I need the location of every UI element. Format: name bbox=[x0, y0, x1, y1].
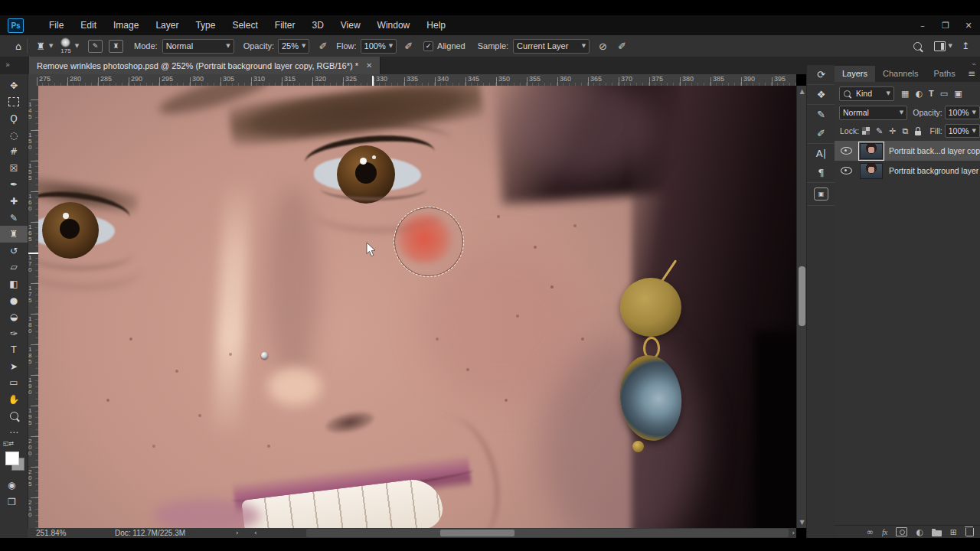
dodge-tool[interactable]: ◒ bbox=[0, 308, 28, 325]
tab-paths[interactable]: Paths bbox=[926, 66, 963, 82]
ignore-adjustment-layers-icon[interactable]: ⊘ bbox=[599, 41, 607, 51]
type-tool[interactable]: T bbox=[0, 342, 28, 359]
brushes-panel-icon[interactable]: ✐ bbox=[817, 129, 825, 139]
vertical-scrollbar[interactable]: ▲ ▼ bbox=[796, 86, 807, 528]
new-group-icon[interactable] bbox=[932, 530, 942, 536]
chevron-down-icon[interactable]: ▼ bbox=[49, 43, 53, 49]
canvas[interactable] bbox=[38, 86, 796, 528]
brush-preset-picker[interactable]: 175 bbox=[60, 37, 70, 54]
edit-toolbar[interactable]: ⋯ bbox=[0, 424, 28, 441]
foreground-color-swatch[interactable] bbox=[5, 452, 19, 465]
lock-artboard-icon[interactable]: ⧉ bbox=[903, 126, 909, 136]
pressure-size-icon[interactable]: ✐ bbox=[618, 41, 626, 51]
eraser-tool[interactable]: ▱ bbox=[0, 259, 28, 276]
layer-blend-mode-select[interactable]: Normal▼ bbox=[839, 106, 907, 120]
filter-adjustment-layers-icon[interactable]: ◐ bbox=[915, 89, 923, 99]
tab-channels[interactable]: Channels bbox=[875, 66, 926, 82]
tool-preset-stamp-icon[interactable]: ♜ bbox=[36, 41, 45, 51]
swap-colors-icon[interactable]: ◱⇄ bbox=[3, 440, 14, 447]
lasso-tool[interactable]: Ϙ bbox=[0, 110, 28, 127]
libraries-panel-icon[interactable]: ▣ bbox=[814, 187, 828, 201]
workspace-icon[interactable] bbox=[934, 41, 946, 51]
filter-type-layers-icon[interactable]: T bbox=[929, 89, 934, 98]
filter-pixel-layers-icon[interactable]: ▦ bbox=[901, 89, 909, 99]
aligned-checkbox[interactable]: ✓ bbox=[423, 41, 433, 51]
vertical-scroll-thumb[interactable] bbox=[799, 266, 805, 326]
menu-edit[interactable]: Edit bbox=[72, 17, 105, 34]
share-icon[interactable]: ↥ bbox=[962, 41, 969, 51]
blur-tool[interactable]: ● bbox=[0, 292, 28, 309]
pen-tool[interactable]: ✑ bbox=[0, 325, 28, 342]
minimize-button[interactable]: – bbox=[911, 21, 934, 31]
screen-mode-button[interactable]: ❐ bbox=[8, 497, 16, 507]
clone-source-panel-icon[interactable]: ♜ bbox=[109, 40, 123, 53]
close-tab-icon[interactable]: ✕ bbox=[366, 61, 372, 70]
chevron-down-icon[interactable]: ▼ bbox=[949, 43, 952, 49]
history-brush-tool[interactable]: ↺ bbox=[0, 243, 28, 259]
add-layer-mask-icon[interactable] bbox=[896, 527, 907, 536]
crop-tool[interactable]: # bbox=[0, 143, 28, 160]
lock-pixels-icon[interactable]: ✎ bbox=[876, 126, 883, 136]
new-layer-icon[interactable]: ⊞ bbox=[950, 528, 957, 536]
scroll-right-icon[interactable]: › bbox=[792, 530, 795, 536]
layer-style-icon[interactable]: fx bbox=[882, 528, 887, 536]
path-selection-tool[interactable]: ➤ bbox=[0, 358, 28, 375]
quick-mask-button[interactable]: ◉ bbox=[8, 481, 15, 490]
status-arrow-icon[interactable]: ‹ bbox=[254, 530, 257, 536]
frame-tool[interactable]: ☒ bbox=[0, 160, 28, 177]
zoom-tool[interactable] bbox=[0, 408, 28, 425]
rectangular-marquee-tool[interactable] bbox=[0, 94, 28, 111]
flow-input[interactable]: 100%▼ bbox=[361, 39, 397, 54]
menu-select[interactable]: Select bbox=[224, 17, 266, 34]
document-size[interactable]: Doc: 112.7M/225.3M bbox=[115, 529, 185, 537]
opacity-input[interactable]: 25%▼ bbox=[278, 39, 309, 54]
spot-healing-brush-tool[interactable]: ✚ bbox=[0, 193, 28, 210]
brush-tool[interactable]: ✎ bbox=[0, 210, 28, 227]
link-layers-icon[interactable]: ∞ bbox=[867, 528, 874, 536]
layer-opacity-input[interactable]: 100%▼ bbox=[945, 106, 980, 119]
pressure-opacity-icon[interactable]: ✐ bbox=[318, 41, 327, 51]
history-panel-icon[interactable]: ⟳ bbox=[817, 70, 825, 80]
menu-filter[interactable]: Filter bbox=[266, 17, 304, 34]
toolbar-expand-icon[interactable]: » bbox=[5, 60, 10, 69]
gradient-tool[interactable]: ◧ bbox=[0, 276, 28, 292]
layer-row[interactable]: Portrait background layer bbox=[835, 161, 980, 181]
menu-image[interactable]: Image bbox=[105, 17, 147, 34]
move-tool[interactable]: ✥ bbox=[0, 77, 28, 94]
properties-panel-icon[interactable]: ❖ bbox=[817, 90, 826, 99]
search-icon[interactable] bbox=[913, 42, 922, 51]
lock-all-icon[interactable] bbox=[915, 131, 921, 135]
horizontal-scrollbar[interactable] bbox=[306, 529, 789, 537]
status-arrow-icon[interactable]: › bbox=[236, 530, 239, 536]
chevron-down-icon[interactable]: ▼ bbox=[75, 43, 79, 49]
menu-3d[interactable]: 3D bbox=[303, 17, 332, 34]
menu-layer[interactable]: Layer bbox=[147, 17, 187, 34]
panel-menu-icon[interactable]: ≡ bbox=[968, 68, 975, 79]
menu-help[interactable]: Help bbox=[418, 17, 454, 34]
close-button[interactable]: ✕ bbox=[957, 21, 980, 31]
delete-layer-icon[interactable] bbox=[965, 528, 974, 536]
zoom-level[interactable]: 251.84% bbox=[36, 529, 66, 537]
blend-mode-select[interactable]: Normal▼ bbox=[162, 39, 234, 54]
layer-fill-input[interactable]: 100%▼ bbox=[945, 124, 980, 138]
menu-view[interactable]: View bbox=[332, 17, 369, 34]
sample-select[interactable]: Current Layer▼ bbox=[513, 39, 590, 54]
paragraph-panel-icon[interactable]: ¶ bbox=[818, 168, 824, 178]
home-icon[interactable]: ⌂ bbox=[15, 41, 21, 51]
brush-settings-panel-icon[interactable]: ✎ bbox=[817, 109, 825, 119]
tab-layers[interactable]: Layers bbox=[835, 66, 875, 82]
layer-visibility-eye-icon[interactable] bbox=[841, 147, 852, 155]
document-tab[interactable]: Remove wrinkles photoshop.psd @ 252% (Po… bbox=[29, 57, 381, 74]
filter-smart-objects-icon[interactable]: ▣ bbox=[954, 89, 962, 99]
filter-kind-select[interactable]: Kind▼ bbox=[839, 86, 894, 101]
hand-tool[interactable]: ✋ bbox=[0, 391, 28, 408]
menu-type[interactable]: Type bbox=[187, 17, 224, 34]
layer-row[interactable]: Portrait back...d layer copy bbox=[835, 141, 980, 161]
restore-button[interactable]: ❐ bbox=[934, 21, 957, 31]
eyedropper-tool[interactable]: ✒ bbox=[0, 177, 28, 194]
layer-thumbnail[interactable] bbox=[860, 163, 883, 179]
layer-visibility-eye-icon[interactable] bbox=[841, 167, 852, 174]
menu-file[interactable]: File bbox=[41, 17, 72, 34]
toggle-brush-settings-icon[interactable]: ✎ bbox=[88, 40, 103, 53]
airbrush-icon[interactable]: ✐ bbox=[404, 41, 413, 51]
